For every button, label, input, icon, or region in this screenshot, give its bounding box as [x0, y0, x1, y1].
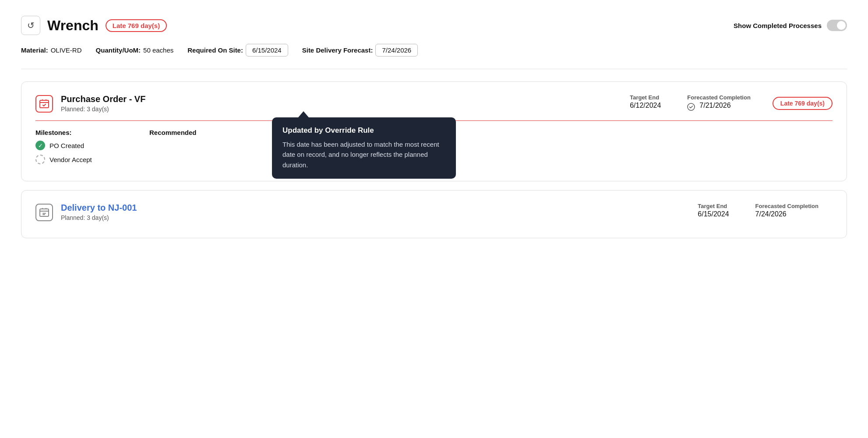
section-divider	[21, 69, 847, 69]
material-label: Material:	[21, 46, 48, 54]
delivery-card-header: Delivery to NJ-001 Planned: 3 day(s) Tar…	[35, 203, 833, 221]
show-completed-label: Show Completed Processes	[734, 22, 822, 29]
site-delivery-forecast-date: 7/24/2026	[375, 44, 418, 57]
meta-row: Material: OLIVE-RD Quantity/UoM: 50 each…	[21, 44, 847, 57]
po-icon	[35, 95, 53, 113]
delivery-dates: Target End 6/15/2024 Forecasted Completi…	[698, 203, 819, 218]
delivery-target-end-date: 6/15/2024	[698, 210, 729, 218]
back-button[interactable]: ↺	[21, 16, 40, 35]
tooltip-container: Updated by Override Rule This date has b…	[272, 111, 456, 179]
svg-point-1	[688, 103, 695, 110]
delivery-target-end-label: Target End	[698, 203, 729, 209]
milestone-po-created: ✓ PO Created	[35, 141, 132, 150]
milestone-vendor-accept: Vendor Accept	[35, 155, 132, 164]
tooltip-arrow	[298, 111, 309, 117]
site-delivery-forecast-field: Site Delivery Forecast: 7/24/2026	[302, 44, 418, 57]
po-forecasted-date-row: 7/21/2026	[687, 102, 750, 113]
po-target-end-date: 6/12/2024	[630, 102, 661, 110]
po-forecasted-label: Forecasted Completion	[687, 94, 750, 101]
required-on-site-field: Required On Site: 6/15/2024	[187, 44, 288, 57]
quantity-label: Quantity/UoM:	[96, 46, 141, 54]
svg-rect-2	[40, 209, 49, 216]
delivery-title: Delivery to NJ-001	[61, 203, 690, 213]
delivery-forecasted-label: Forecasted Completion	[755, 203, 819, 209]
po-title-block: Purchase Order - VF Planned: 3 day(s)	[61, 94, 622, 113]
recommended-label: Recommended	[149, 129, 237, 136]
purchase-order-card: Purchase Order - VF Planned: 3 day(s) Ta…	[21, 81, 847, 181]
header-left: ↺ Wrench Late 769 day(s)	[21, 16, 167, 35]
page-title: Wrench	[47, 18, 99, 34]
milestone-pending-icon	[35, 155, 45, 164]
milestone-done-icon: ✓	[35, 141, 45, 150]
delivery-planned: Planned: 3 day(s)	[61, 214, 690, 221]
milestones-label: Milestones:	[35, 129, 132, 136]
material-field: Material: OLIVE-RD	[21, 46, 82, 54]
delivery-forecasted-date: 7/24/2026	[755, 210, 819, 218]
tooltip-box: Updated by Override Rule This date has b…	[272, 117, 456, 179]
po-title: Purchase Order - VF	[61, 94, 622, 104]
po-target-end: Target End 6/12/2024	[630, 94, 661, 110]
delivery-forecasted: Forecasted Completion 7/24/2026	[755, 203, 819, 218]
tooltip-body: This date has been adjusted to match the…	[282, 139, 445, 170]
material-value: OLIVE-RD	[51, 46, 82, 54]
delivery-target-end: Target End 6/15/2024	[698, 203, 729, 218]
po-target-end-label: Target End	[630, 94, 661, 101]
check-circle-icon	[687, 103, 695, 113]
header-right: Show Completed Processes	[734, 20, 847, 31]
po-card-header: Purchase Order - VF Planned: 3 day(s) Ta…	[35, 94, 833, 113]
milestones-section: Milestones: ✓ PO Created Vendor Accept	[35, 129, 132, 169]
delivery-icon	[35, 204, 53, 221]
po-forecasted: Forecasted Completion 7/21/2026	[687, 94, 750, 113]
milestone-po-created-label: PO Created	[49, 142, 84, 149]
back-icon: ↺	[27, 20, 35, 31]
recommended-section: Recommended	[149, 129, 237, 136]
po-dates: Target End 6/12/2024 Forecasted Completi…	[630, 94, 751, 113]
delivery-card: Delivery to NJ-001 Planned: 3 day(s) Tar…	[21, 190, 847, 238]
po-forecasted-date: 7/21/2026	[699, 102, 730, 110]
required-on-site-date: 6/15/2024	[246, 44, 288, 57]
show-completed-toggle[interactable]	[827, 20, 847, 31]
milestone-vendor-accept-label: Vendor Accept	[49, 156, 92, 163]
quantity-field: Quantity/UoM: 50 eaches	[96, 46, 174, 54]
required-on-site-label: Required On Site:	[187, 46, 243, 54]
po-card-body: Milestones: ✓ PO Created Vendor Accept R…	[35, 129, 833, 169]
svg-rect-0	[40, 100, 49, 108]
quantity-value: 50 eaches	[143, 46, 173, 54]
page-container: ↺ Wrench Late 769 day(s) Show Completed …	[0, 0, 868, 438]
po-late-badge: Late 769 day(s)	[773, 97, 833, 110]
site-delivery-forecast-label: Site Delivery Forecast:	[302, 46, 373, 54]
delivery-title-block: Delivery to NJ-001 Planned: 3 day(s)	[61, 203, 690, 221]
tooltip-title: Updated by Override Rule	[282, 126, 445, 135]
header-row: ↺ Wrench Late 769 day(s) Show Completed …	[21, 16, 847, 35]
header-late-badge: Late 769 day(s)	[106, 19, 167, 32]
